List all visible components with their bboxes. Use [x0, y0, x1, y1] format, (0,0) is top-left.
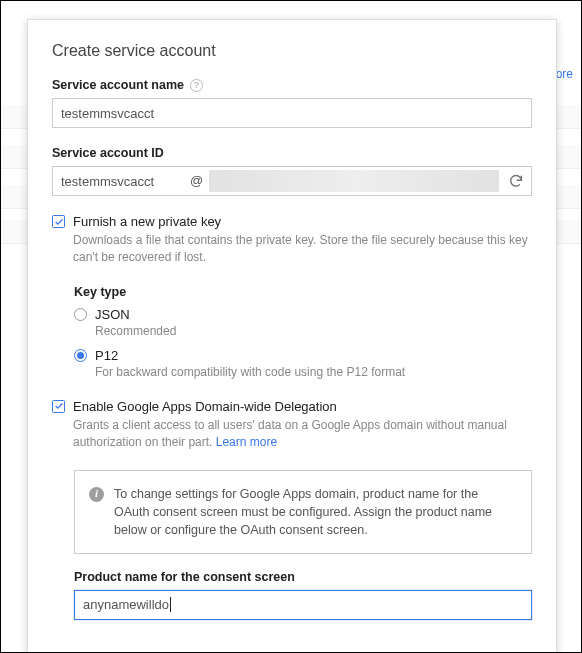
furnish-key-checkbox[interactable] — [52, 215, 65, 228]
refresh-icon[interactable] — [501, 167, 531, 195]
product-name-label: Product name for the consent screen — [74, 570, 532, 584]
key-type-p12-radio[interactable] — [74, 349, 87, 362]
furnish-key-desc: Downloads a file that contains the priva… — [73, 232, 532, 267]
service-account-id-input[interactable] — [53, 167, 188, 195]
at-sign: @ — [188, 167, 207, 195]
info-icon: i — [89, 487, 104, 502]
furnish-key-label: Furnish a new private key — [73, 214, 532, 229]
consent-info-panel: i To change settings for Google Apps dom… — [74, 470, 532, 554]
service-account-id-row: @ — [52, 166, 532, 196]
service-account-name-input[interactable] — [52, 98, 532, 128]
help-icon[interactable]: ? — [190, 79, 203, 92]
delegation-label: Enable Google Apps Domain-wide Delegatio… — [73, 399, 532, 414]
key-type-json-radio[interactable] — [74, 308, 87, 321]
create-service-account-dialog: Create service account Service account n… — [27, 19, 557, 653]
delegation-checkbox[interactable] — [52, 400, 65, 413]
text-cursor — [170, 597, 171, 612]
key-type-p12-label: P12 — [95, 348, 118, 363]
key-type-json-desc: Recommended — [95, 324, 532, 338]
key-type-title: Key type — [74, 285, 532, 299]
service-account-domain-placeholder — [209, 170, 499, 192]
service-account-name-label: Service account name ? — [52, 78, 532, 92]
key-type-json-label: JSON — [95, 307, 130, 322]
service-account-id-label: Service account ID — [52, 146, 532, 160]
learn-more-link[interactable]: Learn more — [216, 435, 277, 449]
product-name-input[interactable]: anynamewilldo — [74, 590, 532, 620]
consent-info-text: To change settings for Google Apps domai… — [114, 485, 517, 539]
key-type-p12-desc: For backward compatibility with code usi… — [95, 365, 532, 379]
dialog-title: Create service account — [52, 42, 532, 60]
delegation-desc: Grants a client access to all users' dat… — [73, 417, 532, 452]
